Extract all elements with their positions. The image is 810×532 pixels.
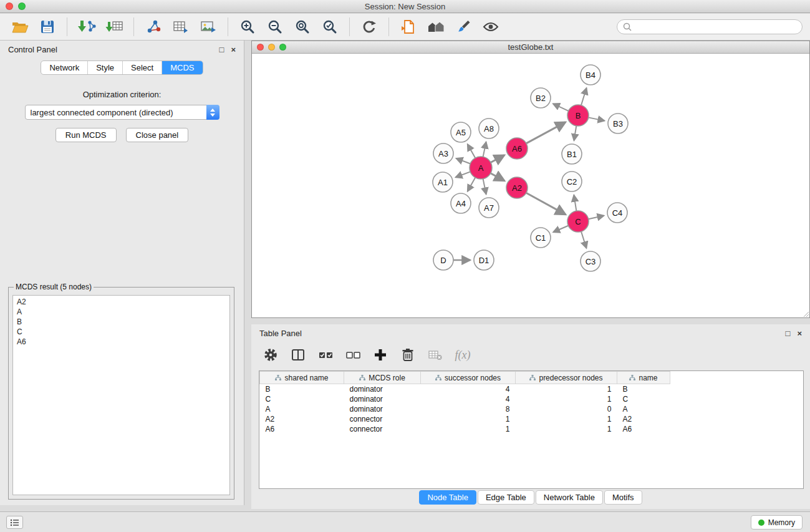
table-cell[interactable]: 1	[516, 424, 617, 434]
edge-A-A3[interactable]	[456, 158, 471, 164]
search-box[interactable]	[617, 19, 803, 34]
edge-C-C1[interactable]	[553, 226, 568, 232]
node-A[interactable]: A	[470, 157, 492, 179]
style-button[interactable]	[451, 16, 476, 38]
node-D1[interactable]: D1	[474, 250, 494, 270]
table-cell[interactable]: A	[617, 404, 670, 414]
network-window-titlebar[interactable]: testGlobe.txt	[252, 41, 809, 54]
function-builder-button[interactable]: f(x)	[455, 349, 471, 362]
node-B[interactable]: B	[567, 105, 589, 126]
float-panel-icon[interactable]: □	[219, 46, 224, 54]
edge-B-B2[interactable]	[553, 104, 569, 111]
column-header-shared-name[interactable]: shared name	[260, 372, 344, 384]
node-B4[interactable]: B4	[581, 65, 600, 85]
result-item[interactable]: C	[17, 327, 226, 337]
close-window-button[interactable]	[6, 2, 13, 10]
edge-A-A2[interactable]	[491, 173, 504, 181]
export-image-button[interactable]	[196, 16, 221, 38]
tab-network-table[interactable]: Network Table	[536, 490, 603, 505]
node-B1[interactable]: B1	[562, 144, 582, 164]
mcds-result-list[interactable]: A2ABCA6	[12, 295, 230, 495]
network-zoom-button[interactable]	[279, 44, 286, 51]
node-B2[interactable]: B2	[531, 88, 551, 108]
zoom-selected-button[interactable]	[317, 16, 342, 38]
network-close-button[interactable]	[257, 44, 264, 51]
node-A5[interactable]: A5	[451, 122, 471, 142]
table-cell[interactable]: 8	[421, 404, 516, 414]
first-neighbors-button[interactable]	[396, 16, 421, 38]
table-row[interactable]: Adominator80A	[260, 404, 804, 414]
table-cell[interactable]: C	[617, 394, 670, 404]
open-file-button[interactable]	[7, 16, 32, 38]
new-table-button[interactable]	[168, 16, 193, 38]
column-header-mcds-role[interactable]: MCDS role	[344, 372, 421, 384]
network-canvas[interactable]: B4B2BB3A8A5A6A3B1AA1C2A2A4A7C4CC1C3DD1	[252, 54, 809, 317]
close-panel-icon[interactable]: ×	[231, 46, 236, 54]
table-row[interactable]: Bdominator41B	[260, 384, 804, 394]
node-A3[interactable]: A3	[433, 143, 453, 163]
delete-column-button[interactable]	[400, 348, 416, 362]
column-header-predecessor-nodes[interactable]: predecessor nodes	[516, 372, 617, 384]
home-button[interactable]	[423, 16, 448, 38]
table-cell[interactable]: dominator	[344, 394, 421, 404]
node-A4[interactable]: A4	[451, 193, 471, 213]
task-history-button[interactable]	[6, 516, 23, 529]
table-cell[interactable]: 0	[516, 404, 617, 414]
dropdown-stepper-icon[interactable]	[206, 105, 219, 120]
result-item[interactable]: A	[17, 307, 226, 317]
optimization-dropdown[interactable]: largest connected component (directed)	[25, 105, 219, 120]
column-header-successor-nodes[interactable]: successor nodes	[421, 372, 516, 384]
node-A8[interactable]: A8	[479, 118, 499, 138]
add-column-button[interactable]	[372, 349, 388, 361]
tab-select[interactable]: Select	[123, 61, 162, 74]
tab-motifs[interactable]: Motifs	[604, 490, 642, 505]
table-cell[interactable]: A2	[260, 414, 344, 424]
tab-edge-table[interactable]: Edge Table	[478, 490, 534, 505]
edge-A-A8[interactable]	[483, 142, 486, 157]
node-C3[interactable]: C3	[581, 251, 600, 271]
table-row[interactable]: Cdominator41C	[260, 394, 804, 404]
table-cell[interactable]: A6	[260, 424, 344, 434]
table-cell[interactable]: connector	[344, 424, 421, 434]
node-table-container[interactable]: shared name MCDS role	[259, 370, 804, 489]
show-columns-button[interactable]	[290, 349, 306, 361]
table-cell[interactable]: B	[617, 384, 670, 394]
edge-A6-B[interactable]	[526, 122, 566, 143]
zoom-out-button[interactable]	[263, 16, 287, 38]
result-item[interactable]: B	[17, 317, 226, 327]
close-panel-button[interactable]: Close panel	[126, 128, 189, 142]
new-network-button[interactable]	[141, 16, 166, 38]
import-network-button[interactable]	[74, 16, 99, 38]
node-A2[interactable]: A2	[506, 177, 528, 198]
deselect-all-button[interactable]	[345, 351, 361, 360]
node-A6[interactable]: A6	[506, 138, 528, 159]
float-table-panel-icon[interactable]: □	[786, 329, 791, 337]
zoom-in-button[interactable]	[235, 16, 260, 38]
node-A1[interactable]: A1	[433, 172, 453, 192]
save-session-button[interactable]	[35, 16, 60, 38]
edge-B-B1[interactable]	[574, 126, 577, 140]
edge-B-B3[interactable]	[589, 117, 605, 120]
node-C[interactable]: C	[567, 211, 589, 232]
table-row[interactable]: A2connector11A2	[260, 414, 804, 424]
memory-button[interactable]: Memory	[751, 515, 803, 530]
network-minimize-button[interactable]	[268, 44, 275, 51]
zoom-fit-button[interactable]	[290, 16, 315, 38]
edge-C-C3[interactable]	[581, 231, 586, 248]
resize-grip[interactable]	[802, 310, 809, 317]
edge-A-A5[interactable]	[468, 144, 475, 158]
show-hide-button[interactable]	[478, 16, 503, 38]
table-cell[interactable]: 1	[516, 384, 617, 394]
table-settings-button[interactable]	[263, 348, 279, 362]
table-cell[interactable]: A	[260, 404, 344, 414]
node-C2[interactable]: C2	[562, 172, 582, 191]
select-all-button[interactable]	[317, 351, 334, 360]
edge-C-C4[interactable]	[589, 216, 604, 220]
table-row[interactable]: A6connector11A6	[260, 424, 804, 434]
table-cell[interactable]: A2	[617, 414, 670, 424]
edge-C-C2[interactable]	[574, 195, 576, 211]
run-mcds-button[interactable]: Run MCDS	[55, 128, 117, 142]
node-C1[interactable]: C1	[531, 228, 551, 248]
edge-B-B4[interactable]	[581, 88, 587, 105]
table-cell[interactable]: A6	[617, 424, 670, 434]
